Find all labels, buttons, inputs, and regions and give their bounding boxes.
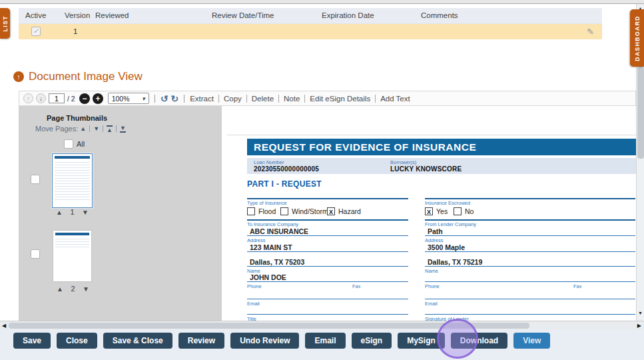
arrow-up-icon: ↑ xyxy=(27,95,30,102)
version-value: 1 xyxy=(73,27,77,35)
zoom-level-select[interactable]: 100% ▾ xyxy=(108,93,149,104)
scroll-right-icon[interactable]: ▶ xyxy=(637,323,641,329)
name-label-right: Name xyxy=(425,268,438,274)
next-page-button[interactable]: ↓ xyxy=(36,93,46,103)
page-2-checkbox[interactable] xyxy=(31,249,40,259)
move-page-to-top-icon[interactable]: ▲ xyxy=(107,125,113,133)
escrow-yes-checkbox: X xyxy=(425,207,433,215)
col-review-datetime: Review Date/Time xyxy=(212,11,274,19)
mysign-button[interactable]: MySign xyxy=(398,333,445,349)
scroll-left-icon[interactable]: ◀ xyxy=(2,323,6,329)
field-underline xyxy=(247,299,408,299)
zoom-in-button[interactable]: + xyxy=(93,93,103,104)
field-underline xyxy=(425,314,635,315)
wind-storm-checkbox xyxy=(280,207,288,215)
email-label-right: Email xyxy=(425,301,438,307)
flood-checkbox xyxy=(247,207,255,215)
thumbnail-content xyxy=(55,237,89,247)
active-checkbox[interactable]: ✓ xyxy=(31,27,41,36)
insurance-escrowed-label: Insurance Escrowed xyxy=(425,200,470,206)
save-button[interactable]: Save xyxy=(13,333,51,349)
arrow-down-icon: ↓ xyxy=(39,95,43,102)
field-underline xyxy=(425,235,635,236)
check-icon: ✓ xyxy=(33,27,39,35)
top-edge-strip xyxy=(0,0,644,4)
address-value-left: 123 MAIN ST xyxy=(250,243,292,251)
menu-add-text[interactable]: Add Text xyxy=(380,95,410,103)
page-2-number: 2 xyxy=(71,285,75,293)
previous-page-button[interactable]: ↑ xyxy=(23,93,33,103)
col-reviewed: Reviewed xyxy=(95,11,129,19)
collapse-section-icon[interactable]: ↑ xyxy=(13,71,24,82)
from-lender-company-label: From Lender Company xyxy=(425,221,476,227)
tab-list-label: LIST xyxy=(2,15,9,31)
move-down-icon[interactable]: ▼ xyxy=(82,209,89,216)
city-value-left: Dallas, TX 75203 xyxy=(250,258,304,266)
thumbnail-content xyxy=(55,160,90,201)
loan-number-value: 20230550000000005 xyxy=(254,165,319,173)
field-underline xyxy=(425,251,635,252)
edit-comment-icon[interactable]: ✎ xyxy=(587,27,594,37)
hazard-checkbox: X xyxy=(327,207,335,215)
vertical-scrollbar-thumb[interactable] xyxy=(637,67,644,159)
to-insurance-company-value: ABC INSURANCE xyxy=(250,227,308,235)
field-underline xyxy=(425,266,635,267)
select-all-checkbox[interactable] xyxy=(64,139,73,149)
scroll-down-icon[interactable]: ▼ xyxy=(638,311,643,315)
signature-of-lender-label: Signature of Lender xyxy=(425,316,469,321)
move-up-icon[interactable]: ▲ xyxy=(56,209,63,216)
horizontal-scrollbar-thumb[interactable] xyxy=(9,323,529,329)
type-of-insurance-label: Type of Insurance xyxy=(247,200,287,206)
esign-button[interactable]: eSign xyxy=(352,333,392,349)
page-2-thumbnail[interactable] xyxy=(53,230,92,282)
col-comments: Comments xyxy=(421,11,458,19)
move-page-down-icon[interactable]: ▼ xyxy=(93,125,99,132)
tab-list[interactable]: LIST xyxy=(0,8,10,39)
thumbnails-title: Page Thumbnails xyxy=(47,114,107,122)
borrower-value: LUCKY KNOWSCORE xyxy=(390,165,462,173)
zoom-level-value: 100% xyxy=(112,95,130,103)
close-button[interactable]: Close xyxy=(57,333,97,349)
section-header: ↑ Document Image View xyxy=(13,70,143,83)
page-1-checkbox[interactable] xyxy=(31,175,40,184)
toolbar-divider xyxy=(184,95,184,103)
undo-review-button[interactable]: Undo Review xyxy=(230,333,299,349)
move-down-icon[interactable]: ▼ xyxy=(83,285,89,293)
menu-delete[interactable]: Delete xyxy=(252,95,274,103)
move-up-icon[interactable]: ▲ xyxy=(57,285,63,293)
menu-note[interactable]: Note xyxy=(284,95,300,103)
address-value-right: 3500 Maple xyxy=(428,243,465,251)
document-page: REQUEST FOR EVIDENCE OF INSURANCE Loan N… xyxy=(222,106,637,321)
page-1-order-controls: ▲ 1 ▼ xyxy=(52,208,93,216)
tab-dashboard[interactable]: DASHBOARD xyxy=(630,9,644,67)
view-button[interactable]: View xyxy=(513,333,550,349)
chevron-down-icon: ▾ xyxy=(142,95,145,102)
review-button[interactable]: Review xyxy=(178,333,224,349)
document-versions-grid: Active Version Reviewed Review Date/Time… xyxy=(19,8,602,39)
toolbar-menu: Extract Copy Delete Note Edit eSign Deta… xyxy=(190,95,410,103)
field-underline xyxy=(425,281,635,282)
email-label-left: Email xyxy=(247,301,260,307)
page-1-thumbnail[interactable] xyxy=(52,153,93,208)
move-page-to-bottom-icon[interactable]: ▼ xyxy=(120,125,126,133)
thumbnail-banner xyxy=(55,233,89,235)
page-number-input[interactable] xyxy=(49,93,65,103)
title-label-left: Title xyxy=(247,316,256,321)
table-row[interactable]: ✓ 1 ✎ xyxy=(19,24,602,39)
rotate-left-icon[interactable]: ↺ xyxy=(161,94,168,103)
menu-extract[interactable]: Extract xyxy=(190,95,214,103)
download-button[interactable]: Download xyxy=(451,333,507,349)
page-title: Document Image View xyxy=(29,70,143,83)
document-title-banner: REQUEST FOR EVIDENCE OF INSURANCE xyxy=(247,139,637,155)
email-button[interactable]: Email xyxy=(305,333,345,349)
horizontal-scrollbar[interactable]: ◀ ▶ xyxy=(0,321,644,330)
name-value-left: JOHN DOE xyxy=(250,273,286,281)
save-and-close-button[interactable]: Save & Close xyxy=(103,333,172,349)
loan-number-field: Loan Number 20230550000000005 xyxy=(254,159,319,173)
rotate-right-icon[interactable]: ↻ xyxy=(170,94,178,103)
menu-copy[interactable]: Copy xyxy=(224,95,242,103)
field-underline xyxy=(247,314,408,315)
menu-edit-esign-details[interactable]: Edit eSign Details xyxy=(310,95,370,103)
move-page-up-icon[interactable]: ▲ xyxy=(80,125,86,132)
zoom-out-button[interactable]: − xyxy=(79,93,90,104)
